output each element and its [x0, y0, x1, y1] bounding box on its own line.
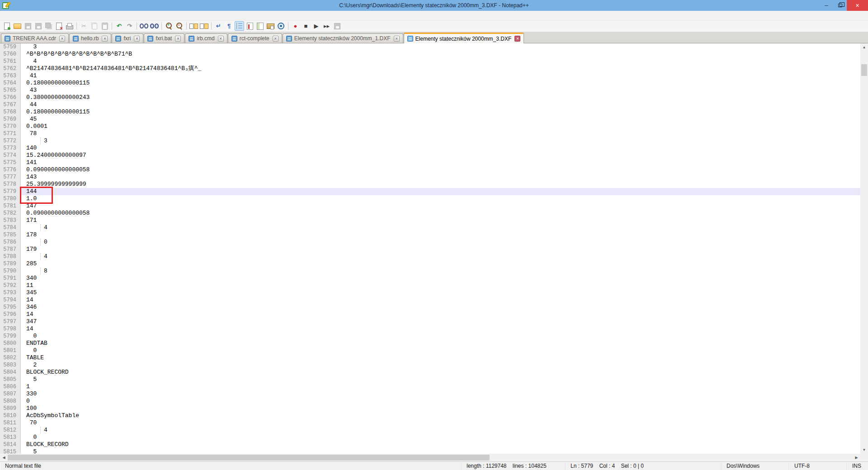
- line-number[interactable]: 5766: [0, 94, 21, 101]
- replace-icon[interactable]: [150, 21, 159, 31]
- line-number[interactable]: 5771: [0, 130, 21, 137]
- line-number[interactable]: 5793: [0, 289, 21, 296]
- restore-button[interactable]: [833, 0, 847, 11]
- editor-line[interactable]: 5808 0: [0, 398, 860, 405]
- line-number[interactable]: 5774: [0, 152, 21, 159]
- tab-close-icon[interactable]: ×: [514, 36, 520, 42]
- editor-line[interactable]: 5759 3: [0, 43, 860, 51]
- line-number[interactable]: 5788: [0, 253, 21, 260]
- editor-line[interactable]: 5785 178: [0, 231, 860, 239]
- line-number[interactable]: 5786: [0, 239, 21, 246]
- editor-line[interactable]: 5773 140: [0, 145, 860, 152]
- editor-line[interactable]: 5776 0.0900000000000058: [0, 166, 860, 174]
- status-eol-format[interactable]: Dos\Windows: [722, 462, 789, 470]
- menu-item-makra[interactable]: [52, 14, 60, 16]
- sync-horizontal-scroll-icon[interactable]: [199, 21, 209, 31]
- editor-line[interactable]: 5787 179: [0, 246, 860, 253]
- undo-icon[interactable]: ↶: [114, 21, 124, 31]
- line-number[interactable]: 5762: [0, 65, 21, 72]
- status-encoding[interactable]: UTF-8: [789, 462, 847, 470]
- copy-icon[interactable]: [90, 21, 99, 31]
- macro-record-icon[interactable]: ●: [291, 21, 300, 31]
- line-number[interactable]: 5814: [0, 441, 21, 448]
- line-number[interactable]: 5781: [0, 202, 21, 210]
- tab-close-icon[interactable]: ×: [59, 36, 65, 42]
- macro-run-multiple-icon[interactable]: ▸▸: [322, 21, 331, 31]
- line-number[interactable]: 5808: [0, 398, 21, 405]
- line-number[interactable]: 5804: [0, 369, 21, 376]
- editor-line[interactable]: 5784 4: [0, 224, 860, 231]
- line-number[interactable]: 5761: [0, 58, 21, 65]
- line-number[interactable]: 5777: [0, 174, 21, 181]
- save-all-icon[interactable]: [44, 21, 53, 31]
- editor-line[interactable]: 5761 4: [0, 58, 860, 65]
- editor-line[interactable]: 5781 147: [0, 202, 860, 210]
- line-number[interactable]: 5799: [0, 333, 21, 340]
- line-number[interactable]: 5783: [0, 217, 21, 224]
- line-number[interactable]: 5797: [0, 318, 21, 325]
- editor-line[interactable]: 5764 0.1800000000000115: [0, 80, 860, 87]
- line-number[interactable]: 5779: [0, 188, 21, 195]
- editor-line[interactable]: 5767 44: [0, 101, 860, 108]
- sync-vertical-scroll-icon[interactable]: [189, 21, 198, 31]
- editor-line[interactable]: 5788 4: [0, 253, 860, 260]
- editor-line[interactable]: 5806 1: [0, 383, 860, 390]
- line-number[interactable]: 5801: [0, 347, 21, 354]
- scroll-up-arrow-icon[interactable]: ▲: [860, 43, 868, 51]
- line-number[interactable]: 5782: [0, 210, 21, 217]
- open-file-icon[interactable]: [13, 21, 22, 31]
- menu-item-plik[interactable]: [2, 14, 9, 16]
- macro-play-icon[interactable]: ▶: [311, 21, 321, 31]
- cut-icon[interactable]: ✂: [79, 21, 89, 31]
- tab-close-icon[interactable]: ×: [102, 36, 108, 42]
- menu-item-okno[interactable]: [74, 14, 81, 16]
- line-number[interactable]: 5805: [0, 376, 21, 383]
- editor-line[interactable]: 5800 ENDTAB: [0, 340, 860, 347]
- redo-icon[interactable]: ↷: [125, 21, 134, 31]
- line-number[interactable]: 5790: [0, 268, 21, 275]
- line-number[interactable]: 5765: [0, 87, 21, 94]
- save-copy-icon[interactable]: [33, 21, 43, 31]
- zoom-in-icon[interactable]: +: [164, 21, 174, 31]
- horizontal-scrollbar[interactable]: ◀ ▶: [0, 454, 860, 461]
- editor-line[interactable]: 5769 45: [0, 116, 860, 123]
- editor-line[interactable]: 5803 2: [0, 362, 860, 369]
- editor-line[interactable]: 5792 11: [0, 282, 860, 289]
- editor-line[interactable]: 5763 41: [0, 72, 860, 80]
- close-file-icon[interactable]: [54, 21, 64, 31]
- editor-line[interactable]: 5805 5: [0, 376, 860, 383]
- line-number[interactable]: 5764: [0, 80, 21, 87]
- editor-line[interactable]: 5794 14: [0, 296, 860, 304]
- menu-item-skladnia[interactable]: [38, 14, 45, 16]
- line-number[interactable]: 5773: [0, 145, 21, 152]
- menu-item-ustawienia[interactable]: [45, 14, 52, 16]
- editor-line[interactable]: 5812 4: [0, 427, 860, 434]
- line-number[interactable]: 5809: [0, 405, 21, 412]
- editor-line[interactable]: 5783 171: [0, 217, 860, 224]
- line-number[interactable]: 5798: [0, 325, 21, 333]
- line-number[interactable]: 5815: [0, 448, 21, 454]
- tab-fxri[interactable]: fxri ×: [112, 33, 143, 43]
- tab-rct-complete[interactable]: rct-complete ×: [228, 33, 282, 43]
- editor-line[interactable]: 5760 ^B^B^B^B^B^B^B^B^B^B^B^B^B71^B: [0, 51, 860, 58]
- function-list-icon[interactable]: [245, 21, 255, 31]
- line-number[interactable]: 5769: [0, 116, 21, 123]
- tab-fxri-bat[interactable]: fxri.bat ×: [144, 33, 184, 43]
- tab-close-icon[interactable]: ×: [218, 36, 224, 42]
- horizontal-scroll-thumb[interactable]: [8, 455, 490, 461]
- line-number[interactable]: 5792: [0, 282, 21, 289]
- editor-line[interactable]: 5774 15.24000000000097: [0, 152, 860, 159]
- paste-icon[interactable]: [100, 21, 109, 31]
- editor-line[interactable]: 5813 0: [0, 434, 860, 441]
- line-number[interactable]: 5778: [0, 181, 21, 188]
- scroll-left-arrow-icon[interactable]: ◀: [0, 454, 8, 461]
- status-insert-mode[interactable]: INS: [847, 462, 868, 470]
- line-number[interactable]: 5789: [0, 260, 21, 268]
- line-number[interactable]: 5812: [0, 427, 21, 434]
- line-number[interactable]: 5787: [0, 246, 21, 253]
- menu-item-szukaj[interactable]: [16, 14, 24, 16]
- line-number[interactable]: 5810: [0, 412, 21, 419]
- editor-line[interactable]: 5795 346: [0, 304, 860, 311]
- editor-line[interactable]: 5766 0.3800000000000243: [0, 94, 860, 101]
- line-number[interactable]: 5800: [0, 340, 21, 347]
